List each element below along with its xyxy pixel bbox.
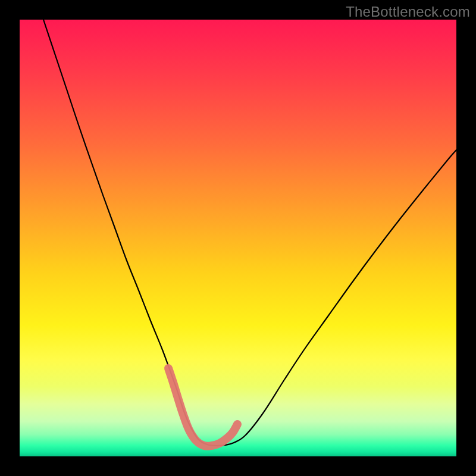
chart-frame: TheBottleneck.com — [0, 0, 476, 476]
chart-svg — [20, 20, 456, 456]
watermark-text: TheBottleneck.com — [346, 4, 470, 20]
plot-area — [20, 20, 456, 456]
highlight-band-path — [168, 368, 237, 446]
bottleneck-curve-path — [43, 20, 456, 446]
